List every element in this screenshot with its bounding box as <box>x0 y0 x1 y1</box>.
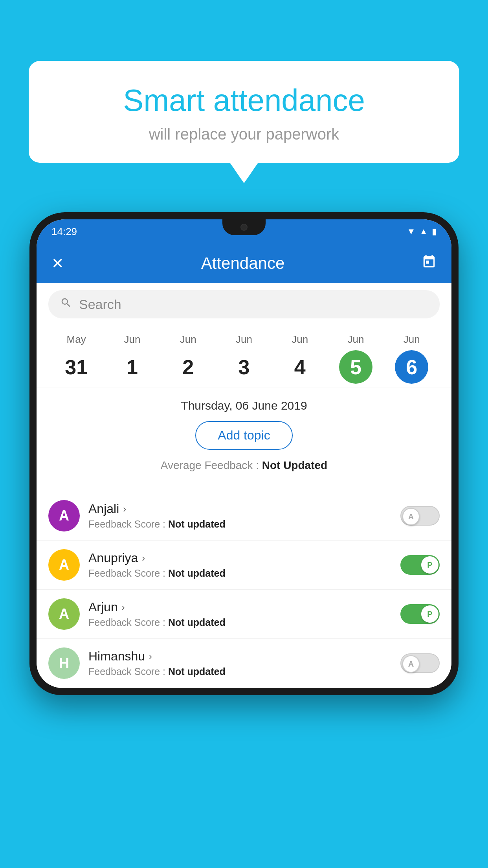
toggle-knob: A <box>402 655 420 673</box>
student-info: Anupriya ›Feedback Score : Not updated <box>88 551 392 579</box>
search-bar-container: Search <box>37 283 451 326</box>
attendance-toggle[interactable]: P <box>400 555 440 575</box>
cal-month: May <box>67 333 86 346</box>
student-item[interactable]: HHimanshu ›Feedback Score : Not updatedA <box>37 639 451 688</box>
calendar-day[interactable]: May31 <box>60 333 93 384</box>
calendar-day[interactable]: Jun5 <box>339 333 372 384</box>
student-name: Anupriya › <box>88 551 392 565</box>
phone-outer: 14:29 ▼ ▲ ▮ ✕ Attendance <box>29 212 459 695</box>
calendar-day[interactable]: Jun4 <box>283 333 317 384</box>
cal-month: Jun <box>180 333 196 346</box>
wifi-icon: ▼ <box>407 226 415 237</box>
cal-month: Jun <box>348 333 364 346</box>
status-time: 14:29 <box>51 226 77 238</box>
add-topic-button[interactable]: Add topic <box>195 421 292 450</box>
signal-icon: ▲ <box>419 226 428 237</box>
feedback-value: Not updated <box>168 519 226 530</box>
cal-month: Jun <box>124 333 140 346</box>
student-name: Himanshu › <box>88 649 392 664</box>
feedback-value: Not updated <box>168 666 226 677</box>
cal-date: 3 <box>227 350 261 384</box>
student-item[interactable]: AAnjali ›Feedback Score : Not updatedA <box>37 491 451 541</box>
feedback-value: Not updated <box>168 568 226 579</box>
calendar-strip: May31Jun1Jun2Jun3Jun4Jun5Jun6 <box>37 326 451 388</box>
cal-date: 1 <box>116 350 149 384</box>
battery-icon: ▮ <box>432 226 437 237</box>
speech-bubble-title: Smart attendance <box>52 83 436 118</box>
selected-date: Thursday, 06 June 2019 <box>48 399 440 412</box>
cal-month: Jun <box>236 333 252 346</box>
chevron-right-icon: › <box>149 651 152 662</box>
toggle-knob: P <box>421 556 438 574</box>
student-feedback: Feedback Score : Not updated <box>88 666 392 677</box>
student-item[interactable]: AArjun ›Feedback Score : Not updatedP <box>37 590 451 639</box>
app-bar: ✕ Attendance <box>37 244 451 283</box>
speech-bubble-container: Smart attendance will replace your paper… <box>29 61 459 163</box>
student-name: Anjali › <box>88 502 392 516</box>
chevron-right-icon: › <box>142 553 145 564</box>
cal-date: 4 <box>283 350 317 384</box>
content-area: Thursday, 06 June 2019 Add topic Average… <box>37 388 451 491</box>
avg-feedback: Average Feedback : Not Updated <box>48 459 440 472</box>
cal-month: Jun <box>292 333 308 346</box>
calendar-day[interactable]: Jun6 <box>395 333 428 384</box>
attendance-toggle[interactable]: P <box>400 604 440 624</box>
cal-date: 2 <box>171 350 205 384</box>
student-avatar: A <box>48 598 80 630</box>
calendar-day[interactable]: Jun1 <box>116 333 149 384</box>
toggle-wrapper[interactable]: A <box>400 506 440 526</box>
student-feedback: Feedback Score : Not updated <box>88 519 392 530</box>
chevron-right-icon: › <box>122 602 125 613</box>
student-info: Arjun ›Feedback Score : Not updated <box>88 600 392 628</box>
student-avatar: A <box>48 500 80 531</box>
toggle-wrapper[interactable]: P <box>400 604 440 624</box>
phone-frame: 14:29 ▼ ▲ ▮ ✕ Attendance <box>29 212 459 868</box>
toggle-wrapper[interactable]: A <box>400 653 440 673</box>
speech-bubble: Smart attendance will replace your paper… <box>29 61 459 163</box>
student-feedback: Feedback Score : Not updated <box>88 568 392 579</box>
cal-month: Jun <box>404 333 420 346</box>
student-item[interactable]: AAnupriya ›Feedback Score : Not updatedP <box>37 541 451 590</box>
notch <box>222 219 266 235</box>
app-bar-title: Attendance <box>201 254 285 273</box>
student-avatar: A <box>48 549 80 581</box>
feedback-value: Not updated <box>168 617 226 628</box>
calendar-icon[interactable] <box>422 254 437 273</box>
toggle-knob: P <box>421 605 438 623</box>
cal-date: 6 <box>395 350 428 384</box>
toggle-wrapper[interactable]: P <box>400 555 440 575</box>
cal-date: 31 <box>60 350 93 384</box>
search-bar[interactable]: Search <box>48 290 440 318</box>
attendance-toggle[interactable]: A <box>400 653 440 673</box>
toggle-knob: A <box>402 508 420 525</box>
search-placeholder: Search <box>79 297 121 312</box>
student-list: AAnjali ›Feedback Score : Not updatedAAA… <box>37 491 451 688</box>
search-icon <box>60 297 72 312</box>
status-icons: ▼ ▲ ▮ <box>407 226 437 237</box>
avg-feedback-value: Not Updated <box>262 459 327 471</box>
student-name: Arjun › <box>88 600 392 614</box>
close-icon[interactable]: ✕ <box>51 255 64 272</box>
attendance-toggle[interactable]: A <box>400 506 440 526</box>
calendar-day[interactable]: Jun2 <box>171 333 205 384</box>
speech-bubble-subtitle: will replace your paperwork <box>52 125 436 143</box>
calendar-day[interactable]: Jun3 <box>227 333 261 384</box>
camera <box>240 224 248 231</box>
chevron-right-icon: › <box>123 504 126 515</box>
student-feedback: Feedback Score : Not updated <box>88 617 392 628</box>
cal-date: 5 <box>339 350 372 384</box>
student-info: Himanshu ›Feedback Score : Not updated <box>88 649 392 677</box>
student-avatar: H <box>48 647 80 679</box>
phone-inner: 14:29 ▼ ▲ ▮ ✕ Attendance <box>37 219 451 688</box>
student-info: Anjali ›Feedback Score : Not updated <box>88 502 392 530</box>
